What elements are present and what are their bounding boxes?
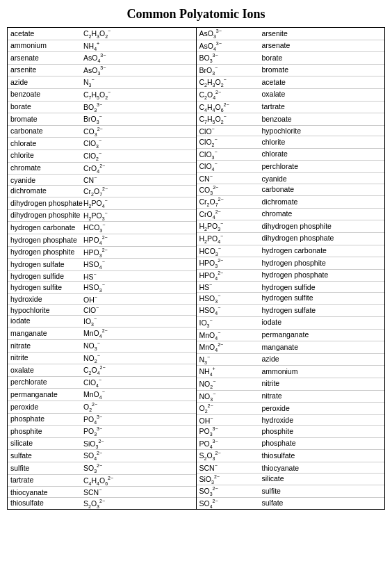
ion-formula: H2PO3−	[83, 211, 193, 221]
ion-formula: PO33−	[199, 426, 262, 437]
ion-name: oxalate	[10, 366, 83, 374]
ion-formula: OH−	[199, 416, 262, 425]
ion-name: carbonate	[10, 127, 83, 135]
ion-formula: BrO3−	[83, 114, 193, 124]
ion-formula: AsO33−	[83, 65, 193, 76]
ion-formula: C2H3O2−	[83, 29, 193, 39]
ion-formula: ClO3−	[83, 138, 193, 149]
ion-name: dichromate	[10, 186, 83, 195]
table-row: arsenateAsO43−	[8, 52, 196, 65]
ion-formula: PO33−	[83, 426, 193, 437]
ion-name: carbonate	[262, 185, 335, 193]
table-row: cyanideCN−	[8, 175, 196, 186]
ion-formula: ClO2−	[83, 151, 193, 161]
ion-name: iodate	[262, 318, 335, 326]
ion-formula: IO3−	[83, 316, 193, 327]
ion-name: phosphite	[262, 427, 335, 435]
ion-name: thiocyanate	[10, 488, 83, 496]
ion-name: thiosulfate	[10, 499, 83, 507]
table-row: chloriteClO2−	[8, 150, 196, 163]
ion-formula: C2O42−	[83, 365, 193, 375]
table-row: hydrogen carbonateHCO3−	[8, 222, 196, 234]
table-row: hypochloriteClO−	[8, 305, 196, 316]
table-row: HSO3−hydrogen sulfite	[197, 293, 385, 305]
ion-name: benzoate	[10, 90, 83, 98]
ion-name: phosphate	[10, 414, 83, 423]
ion-formula: H2PO3−	[199, 221, 262, 232]
ion-formula: C7H5O2−	[83, 90, 193, 100]
ion-name: manganate	[10, 329, 83, 337]
ion-formula: HSO3−	[199, 293, 262, 304]
ion-name: hydrogen phosphate	[262, 270, 335, 279]
ion-formula: OH−	[83, 295, 193, 304]
ion-name: dihydrogen phosphite	[262, 222, 335, 230]
ion-formula: MnO42−	[83, 328, 193, 339]
ion-name: hypochlorite	[262, 127, 335, 135]
ion-formula: CN−	[199, 174, 262, 183]
ion-name: hydrogen sulfite	[10, 283, 83, 291]
table-row: thiosulfateS2O32−	[8, 498, 196, 510]
ion-name: hydrogen phosphite	[262, 259, 335, 267]
right-column: AsO33−arseniteAsO43−arsenateBO33−borateB…	[197, 28, 385, 509]
left-column: acetateC2H3O2−ammoniumNH4+arsenateAsO43−…	[8, 28, 197, 509]
ion-formula: C7H5O2−	[199, 114, 262, 124]
ion-name: hydroxide	[262, 416, 335, 424]
table-row: HSO4−hydrogen sulfate	[197, 305, 385, 317]
ion-name: sulfite	[262, 487, 335, 495]
table-row: ClO4−perchlorate	[197, 161, 385, 173]
table-row: nitrateNO3−	[8, 340, 196, 353]
ion-name: nitrite	[262, 379, 335, 387]
ion-formula: H2PO4−	[83, 198, 193, 209]
ion-formula: HCO3−	[199, 246, 262, 257]
ion-name: hydrogen sulfide	[262, 283, 335, 291]
table-row: C2O42−oxalate	[197, 89, 385, 102]
ion-formula: SCN−	[199, 463, 262, 472]
ion-name: perchlorate	[10, 378, 83, 386]
table-row: hydrogen sulfiteHSO3−	[8, 282, 196, 294]
ion-formula: N3−	[83, 77, 193, 88]
table-row: azideN3−	[8, 76, 196, 89]
table-row: peroxideO22−	[8, 401, 196, 414]
ion-name: oxalate	[262, 90, 335, 98]
page-title: Common Polyatomic Ions	[7, 7, 385, 22]
table-row: iodateIO3−	[8, 316, 196, 328]
table-row: sulfateSO42−	[8, 450, 196, 462]
table-row: carbonateCO32−	[8, 126, 196, 138]
ion-name: tartrate	[262, 102, 335, 111]
ion-name: hydrogen sulfite	[262, 293, 335, 302]
ion-name: dihydrogen phosphate	[10, 199, 83, 207]
ion-name: chlorite	[10, 151, 83, 159]
ion-name: peroxide	[262, 404, 335, 412]
ion-name: bromate	[262, 65, 335, 74]
ion-formula: C2H3O2−	[199, 77, 262, 88]
ion-name: bromate	[10, 115, 83, 123]
ion-formula: C4H4O62−	[199, 102, 262, 113]
ion-name: iodate	[10, 316, 83, 325]
table-row: PO43−phosphate	[197, 438, 385, 451]
ion-name: cyanide	[262, 175, 335, 183]
table-row: HPO42−hydrogen phosphate	[197, 270, 385, 282]
ion-formula: SiO32−	[199, 474, 262, 485]
ion-formula: Cr2O72−	[83, 186, 193, 197]
table-row: acetateC2H3O2−	[8, 28, 196, 40]
table-row: dihydrogen phosphateH2PO4−	[8, 197, 196, 210]
ion-formula: CrO42−	[199, 209, 262, 220]
ion-formula: N3−	[199, 355, 262, 365]
ion-name: borate	[262, 54, 335, 62]
ion-formula: O22−	[83, 402, 193, 412]
table-row: phosphatePO43−	[8, 414, 196, 426]
ion-name: thiosulfate	[262, 451, 335, 460]
ion-formula: NH4+	[199, 366, 262, 377]
ion-formula: ClO2−	[199, 137, 262, 147]
table-row: C7H5O2−benzoate	[197, 113, 385, 126]
table-row: hydroxideOH−	[8, 294, 196, 305]
table-row: ammoniumNH4+	[8, 40, 196, 53]
ion-formula: ClO−	[83, 305, 193, 314]
table-row: manganateMnO42−	[8, 328, 196, 340]
ion-name: borate	[10, 102, 83, 111]
ion-name: ammonium	[10, 41, 83, 49]
ion-formula: S2O32−	[199, 451, 262, 461]
ion-formula: S2O32−	[83, 499, 193, 509]
ion-name: chlorite	[262, 138, 335, 146]
ion-name: permanganate	[10, 390, 83, 398]
